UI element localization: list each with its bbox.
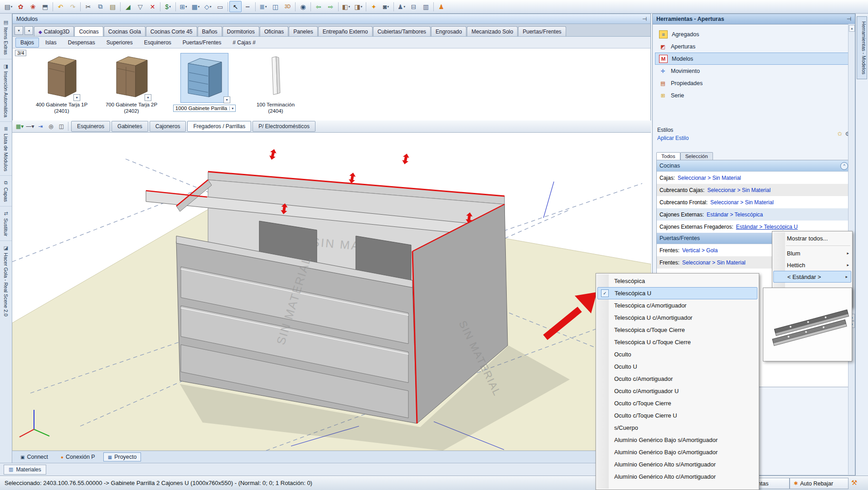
- tab-catalog3d[interactable]: ◆Catalog3D: [34, 26, 74, 36]
- auto-rebajar-button[interactable]: ✱Auto Rebajar: [790, 478, 849, 489]
- tab-islas[interactable]: Islas: [40, 38, 62, 48]
- submenu-item[interactable]: Alumínio Genérico Bajo s/Amortiguador: [596, 434, 759, 446]
- layout-grid-button[interactable]: ⊞▾: [177, 1, 189, 12]
- shapes-button[interactable]: ◇▾: [202, 1, 214, 12]
- tool-item-modelos[interactable]: MModelos: [655, 53, 853, 65]
- module-thumb-gabinete-parrilla[interactable]: ▾ 1000 Gabinete Parrilla▾: [170, 53, 238, 112]
- property-value-link[interactable]: Seleccionar > Sin Material: [710, 199, 774, 206]
- line-style-button[interactable]: —▾: [25, 121, 35, 132]
- catalog-dropdown-button[interactable]: ▾: [15, 26, 23, 35]
- submenu-item[interactable]: Oculto c/Toque Cierre: [596, 397, 759, 409]
- tab-dormitorios[interactable]: Dormitorios: [223, 26, 259, 36]
- redo-button[interactable]: ↷: [67, 1, 79, 12]
- submenu-item[interactable]: Oculto U: [596, 360, 759, 373]
- 3d-viewport[interactable]: SIN MATERIAL SIN MATERIAL SIN M: [12, 133, 651, 451]
- tab-puertas-frentes[interactable]: Puertas/Frentes: [518, 26, 566, 36]
- sidebar-item-capas[interactable]: ⧉Capas: [0, 175, 12, 206]
- cabinet-3d-model[interactable]: SIN MATERIAL SIN MATERIAL SIN M: [146, 149, 508, 423]
- text-3d-button[interactable]: 3D: [281, 1, 294, 12]
- property-value-link[interactable]: Estándar > Telescópica: [707, 211, 763, 218]
- package-button[interactable]: ◨▾: [352, 1, 364, 12]
- tool-item-agregados[interactable]: ≡Agregados: [655, 28, 853, 40]
- tool-item-movimiento[interactable]: ✛Movimiento: [655, 65, 853, 77]
- sidebar-item-insercion-automatica[interactable]: ◨Inserción Automática: [0, 59, 12, 121]
- filter-tab-cajoneros[interactable]: Cajoneros: [150, 121, 186, 132]
- clipboard-button[interactable]: ▥: [420, 1, 432, 12]
- submenu-item[interactable]: Telescópica c/Toque Cierre: [596, 324, 759, 336]
- select-cursor-button[interactable]: ↖: [229, 1, 242, 12]
- marker-button[interactable]: ✦: [368, 1, 380, 12]
- tab-despensas[interactable]: Despensas: [63, 38, 100, 48]
- submenu-item[interactable]: Telescópica U c/Amortiguador: [596, 312, 759, 324]
- tab-cajas[interactable]: # Cajas #: [228, 38, 261, 48]
- wrench-icon[interactable]: ⚒: [851, 479, 857, 487]
- menu-item-estandar[interactable]: < Estándar >▸: [773, 271, 851, 283]
- submenu-item[interactable]: Alumínio Genérico Bajo c/Amortiguador: [596, 446, 759, 458]
- frames-button[interactable]: ⊟: [407, 1, 420, 12]
- tab-conexion-p[interactable]: ●Conexión P: [56, 452, 100, 461]
- submenu-item[interactable]: Telescópica U c/Toque Cierre: [596, 336, 759, 348]
- camera-button[interactable]: ◙▾: [380, 1, 392, 12]
- submenu-item[interactable]: Oculto c/Amortiguador U: [596, 385, 759, 397]
- pin-icon[interactable]: ⊣: [642, 16, 647, 22]
- filter-tab-gabinetes[interactable]: Gabinetes: [112, 121, 148, 132]
- tool-item-propiedades[interactable]: ▤Propiedades: [655, 77, 853, 89]
- submenu-item[interactable]: Telescópica c/Amortiguador: [596, 299, 759, 312]
- tab-proyecto[interactable]: ▦Proyecto: [103, 452, 141, 461]
- rectangle-tool-button[interactable]: ▭: [214, 1, 226, 12]
- submenu-item[interactable]: Telescópica: [596, 275, 759, 287]
- tab-bajos[interactable]: Bajos: [15, 38, 39, 48]
- module-thumbnail-image[interactable]: ▾: [114, 53, 149, 100]
- table-view-button[interactable]: ▦▾: [189, 1, 202, 12]
- collapse-icon[interactable]: ^: [840, 162, 848, 170]
- nav-back-button[interactable]: ⇦: [312, 1, 325, 12]
- tab-esquineros[interactable]: Esquineros: [139, 38, 176, 48]
- section-header-cocinas[interactable]: Cocinas ^: [657, 160, 851, 172]
- variant-dropdown-badge[interactable]: ▾: [223, 96, 230, 103]
- pin-icon[interactable]: ⊣: [847, 16, 851, 22]
- filter-tab-electrodomesticos[interactable]: P/ Electrodomésticos: [252, 121, 315, 132]
- save-project-button[interactable]: ❀: [27, 1, 39, 12]
- tool-item-serie[interactable]: ⊞Serie: [655, 89, 853, 101]
- property-value-link[interactable]: Vertical > Gola: [682, 247, 718, 254]
- tab-mecanizado-solo[interactable]: Mecanizado Solo: [467, 26, 518, 36]
- cut-button[interactable]: ✂: [82, 1, 94, 12]
- tool-item-aperturas[interactable]: ◩Aperturas: [655, 40, 853, 53]
- submenu-item[interactable]: Oculto: [596, 348, 759, 360]
- tab-puertas-frentes-cat[interactable]: Puertas/Frentes: [178, 38, 226, 48]
- layers-button[interactable]: ≣▾: [257, 1, 269, 12]
- scroll-up-button[interactable]: ▲: [849, 25, 855, 32]
- search-modules-button[interactable]: ◎: [46, 121, 56, 132]
- sidebar-item-hacer-gola[interactable]: ◪Hacer Gola - Real Scene 2.0: [0, 240, 12, 321]
- insert-module-button[interactable]: ◢: [122, 1, 134, 12]
- filter-tab-fregaderos-parrillas[interactable]: Fregaderos / Parrillas: [187, 121, 251, 132]
- tab-superiores[interactable]: Superiores: [102, 38, 138, 48]
- print-button[interactable]: ⬒: [39, 1, 51, 12]
- submenu-item[interactable]: Oculto c/Amortiguador: [596, 373, 759, 385]
- submenu-item-telescopica-u[interactable]: ✓Telescópica U: [597, 287, 757, 299]
- catalog-scroll-left-button[interactable]: ◂: [24, 26, 33, 35]
- sidebar-item-items-extras[interactable]: ▤Items Extras: [0, 15, 12, 59]
- insert-config-button[interactable]: ▦▾: [15, 121, 25, 132]
- module-thumb-gabinete-tarja-2p[interactable]: ▾ 700 Gabinete Tarja 2P(2402): [102, 53, 161, 115]
- tab-materiales[interactable]: ▥Materiales: [4, 465, 46, 475]
- module-box-button[interactable]: ◧▾: [340, 1, 352, 12]
- tab-cubiertas-tambores[interactable]: Cubiertas/Tambores: [373, 26, 431, 36]
- module-thumb-gabinete-tarja-1p[interactable]: ▾ 400 Gabinete Tarja 1P(2401): [32, 53, 92, 115]
- tab-todos[interactable]: Todos: [656, 152, 680, 160]
- dotted-path-button[interactable]: ┅: [242, 1, 254, 12]
- delete-button[interactable]: ✕: [146, 1, 159, 12]
- property-value-link[interactable]: Seleccionar > Sin Material: [707, 187, 771, 193]
- tab-cocinas-corte-45[interactable]: Cocinas Corte 45: [146, 26, 197, 36]
- open-project-button[interactable]: ✿: [15, 1, 27, 12]
- submenu-item[interactable]: Oculto c/Toque Cierre U: [596, 409, 759, 422]
- add-user-button[interactable]: ♟▾: [395, 1, 407, 12]
- submenu-item[interactable]: Alumínio Genérico Alto s/Amortiguador: [596, 458, 759, 471]
- submenu-item[interactable]: Alumínio Genérico Alto c/Amortiguador: [596, 471, 759, 483]
- tab-cocinas[interactable]: Cocinas: [74, 26, 103, 36]
- new-document-button[interactable]: ▤▾: [2, 1, 15, 12]
- sidebar-item-lista-de-modulos[interactable]: ≣Lista de Módulos: [0, 121, 12, 175]
- module-variant-select[interactable]: 1000 Gabinete Parrilla▾: [173, 105, 236, 112]
- module-thumbnail-image[interactable]: ▾: [180, 53, 228, 103]
- tab-connect[interactable]: ▣Connect: [16, 452, 53, 461]
